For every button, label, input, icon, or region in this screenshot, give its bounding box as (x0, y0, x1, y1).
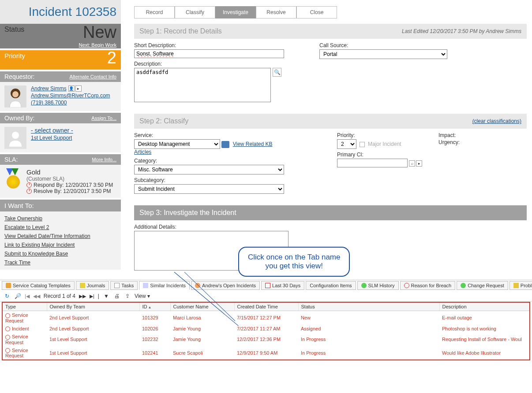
category-label: Category: (134, 158, 284, 164)
tab-record[interactable]: Record (134, 6, 175, 19)
table-row[interactable]: Service Request2nd Level Support101329Ma… (3, 311, 529, 325)
ci-goto-icon[interactable]: ▸ (416, 160, 422, 167)
nav-first[interactable]: |◀ (25, 293, 30, 299)
call-source-label: Call Source: (319, 42, 527, 48)
primary-ci-label: Primary CI: (337, 152, 425, 158)
sla-more-link[interactable]: More Info... (92, 157, 116, 162)
btab-slm-history[interactable]: SLM History (357, 281, 399, 290)
iwant-kb[interactable]: Submit to Knowledge Base (4, 251, 68, 257)
priority-select[interactable]: 2 (337, 139, 356, 149)
breach-icon (404, 283, 409, 288)
owner-avatar-placeholder (4, 127, 26, 149)
call-source-select[interactable]: Portal (319, 49, 447, 59)
col-team[interactable]: Owned By Team (47, 303, 139, 311)
clock-icon (5, 326, 10, 331)
last-edited: Last Edited 12/20/2017 3:50 PM by Andrew… (402, 28, 521, 34)
iwant-track-time[interactable]: Track Time (4, 260, 30, 266)
owned-by-body: - select owner - 1st Level Support (0, 123, 121, 152)
subcategory-select[interactable]: Submit Incident (134, 184, 284, 194)
export-icon[interactable]: ⇪ (124, 293, 131, 300)
alternate-contact-link[interactable]: Alternate Contact Info (70, 74, 116, 79)
subcategory-label: Subcategory: (134, 177, 284, 183)
status-panel: Status New Next: Begin Work (0, 24, 121, 48)
nav-next[interactable]: ▶▶ (79, 293, 86, 299)
description-textarea[interactable]: <span class="squiggle"></span> (134, 68, 271, 102)
btab-config-items[interactable]: Configuration Items (306, 281, 356, 290)
print-icon[interactable]: 🖨 (113, 293, 120, 300)
table-row[interactable]: Service Request1st Level Support102241Su… (3, 346, 529, 360)
medal-icon (4, 168, 23, 189)
person-icon[interactable]: 👤 (68, 85, 75, 92)
requestor-name[interactable]: Andrew Simms (31, 85, 67, 92)
binoculars-icon[interactable]: 🔎 (14, 293, 21, 300)
btab-last-30[interactable]: Last 30 Days (261, 281, 304, 290)
journal-icon (80, 283, 85, 288)
clear-classifications-link[interactable]: (clear classifications) (472, 118, 521, 124)
select-owner-link[interactable]: - select owner - (31, 127, 73, 134)
btab-journals[interactable]: Journals (76, 281, 109, 290)
requestor-body: Andrew Simms 👤 ▸ Andrew.Simms@RiverTCorp… (0, 82, 121, 111)
ci-lookup-icon[interactable]: ⌕ (409, 160, 415, 167)
iwant-escalate[interactable]: Escalate to Level 2 (4, 224, 49, 230)
service-label: Service: (134, 132, 284, 138)
requestor-phone[interactable]: (719) 386.7000 (31, 100, 110, 106)
nav-prev[interactable]: ◀◀ (33, 293, 40, 299)
record-position: Record 1 of 4 (44, 293, 75, 299)
assign-to-link[interactable]: Assign To... (91, 115, 116, 121)
requestor-header: Requestor: Alternate Contact Info (0, 71, 121, 82)
step1-header: Step 1: Record the Details Last Edited 1… (134, 24, 527, 39)
svg-point-1 (12, 91, 19, 97)
col-status[interactable]: Status (298, 303, 439, 311)
tab-resolve[interactable]: Resolve (256, 6, 296, 19)
table-row[interactable]: Incident2nd Level Support102026Jamie You… (3, 325, 529, 333)
search-icon[interactable]: 🔍 (273, 68, 281, 77)
col-type[interactable]: Type (3, 303, 47, 311)
catalog-icon (6, 283, 11, 288)
sla-header: SLA: More Info... (0, 154, 121, 165)
short-desc-input[interactable] (134, 49, 284, 58)
tab-close[interactable]: Close (296, 6, 337, 19)
btab-service-catalog[interactable]: Service Catalog Templates (2, 281, 75, 290)
requestor-email[interactable]: Andrew.Simms@RiverTCorp.com (31, 93, 110, 99)
callout-bubble: Click once on the Tab name you get this … (238, 247, 350, 277)
grid-toolbar: ↻ 🔎 |◀ ◀◀ Record 1 of 4 ▶▶ ▶| | ▼ 🖨 ⇪ Vi… (0, 291, 532, 302)
primary-ci-input[interactable] (337, 159, 408, 167)
btab-change-request[interactable]: Change Request (457, 281, 508, 290)
impact-label: Impact: (438, 132, 527, 138)
phase-tabs: Record Classify Investigate Resolve Clos… (134, 6, 527, 19)
btab-reason-breach[interactable]: Reason for Breach (400, 281, 456, 290)
major-incident-checkbox[interactable] (360, 142, 365, 147)
tab-investigate[interactable]: Investigate (215, 6, 256, 19)
iwant-take-ownership[interactable]: Take Ownership (4, 215, 42, 222)
problem-icon (513, 283, 519, 288)
kb-icon[interactable] (221, 141, 229, 148)
btab-problem[interactable]: Problem (510, 281, 532, 290)
nav-last[interactable]: ▶| (90, 293, 94, 299)
refresh-icon[interactable]: ↻ (4, 293, 11, 300)
col-created[interactable]: Created Date Time (234, 303, 298, 311)
col-id[interactable]: ID▲ (139, 303, 170, 311)
owner-team[interactable]: 1st Level Support (31, 135, 73, 141)
col-customer[interactable]: Customer Name (170, 303, 234, 311)
sla-resolve: Resolve By: 12/20/2017 3:50 PM (34, 188, 111, 194)
major-incident-label: Major Incident (368, 141, 401, 147)
filter-icon[interactable]: ▼ (103, 293, 110, 300)
col-desc[interactable]: Description (439, 303, 529, 311)
status-value: New (83, 23, 116, 42)
iwant-datetime[interactable]: View Detailed Date/Time Information (4, 233, 90, 239)
tasks-icon (114, 283, 120, 288)
btab-similar-incidents[interactable]: Similar Incidents (139, 281, 190, 290)
tab-classify[interactable]: Classify (175, 6, 215, 19)
short-desc-label: Short Description: (134, 42, 284, 48)
goto-icon[interactable]: ▸ (75, 85, 82, 92)
view-dropdown[interactable]: View ▾ (135, 293, 150, 299)
table-row[interactable]: Service Request1st Level Support102232Ja… (3, 333, 529, 346)
grid-area: Type Owned By Team ID▲ Customer Name Cre… (2, 302, 530, 360)
calendar-icon (265, 283, 270, 288)
btab-tasks[interactable]: Tasks (110, 281, 138, 290)
sla-name: Gold (26, 168, 113, 176)
category-select[interactable]: Misc. Software (134, 165, 284, 174)
iwant-link-major[interactable]: Link to Existing Major Incident (4, 242, 75, 248)
service-select[interactable]: Desktop Management (134, 139, 220, 149)
next-step-link[interactable]: Next: Begin Work (79, 42, 116, 48)
